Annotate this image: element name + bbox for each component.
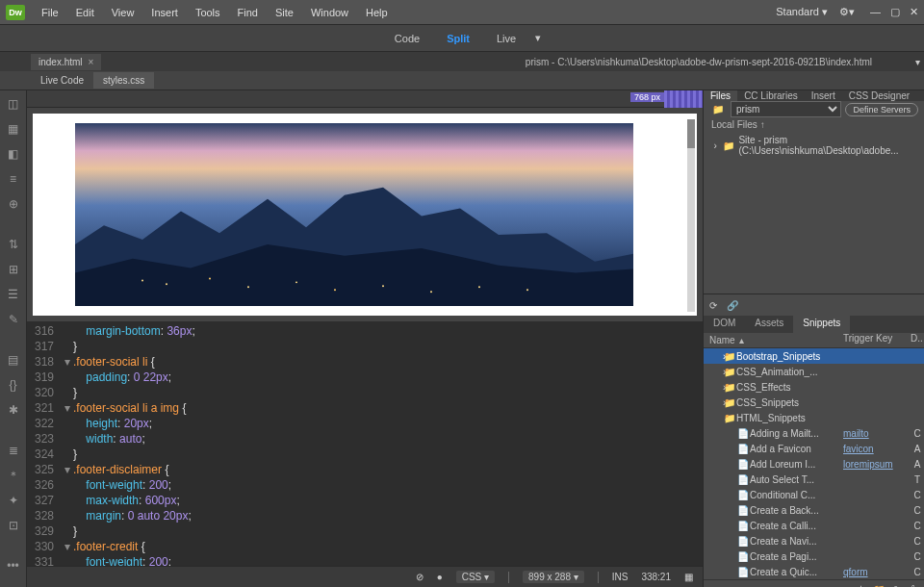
code-line[interactable]: 329} [27,523,703,539]
tool-icon-0[interactable]: ◫ [6,96,21,112]
site-tree-root[interactable]: › 📁 Site - prism (C:\Users\nishkuma\Desk… [704,134,924,157]
sort-asc-icon[interactable]: ▴ [739,335,744,345]
col-name[interactable]: Name [709,335,735,345]
lower-tab-snippets[interactable]: Snippets [793,316,850,333]
maximize-icon[interactable]: ▢ [890,6,900,18]
status-overflow-icon[interactable]: ▦ [684,572,693,582]
lower-tab-dom[interactable]: DOM [704,316,745,333]
snippet-file[interactable]: 📄Adding a Mailt...mailtoC [704,425,924,441]
workspace-switcher[interactable]: Standard ▾ [770,6,834,18]
panel-tab-files[interactable]: Files [704,90,737,101]
tool-icon-8[interactable]: ☰ [6,287,21,302]
col-trigger[interactable]: Trigger Key [843,333,911,347]
status-dimensions[interactable]: 899 x 288 ▾ [523,571,584,583]
tool-icon-1[interactable]: ▦ [6,121,21,137]
tool-icon-15[interactable]: ≣ [6,443,21,458]
tool-icon-3[interactable]: ≡ [6,171,21,187]
tool-icon-6[interactable]: ⇅ [6,237,21,252]
snippet-file[interactable]: 📄Create a Pagi...C [704,549,924,564]
panel-tab-insert[interactable]: Insert [805,90,842,101]
menu-help[interactable]: Help [357,7,397,18]
snippet-file[interactable]: 📄Create a Navi...C [704,533,924,549]
tool-icon-4[interactable]: ⊕ [6,196,21,212]
expand-icon[interactable]: › [711,140,719,151]
status-check-icon[interactable]: ⊘ [416,572,424,582]
code-line[interactable]: 321▾.footer-social li a img { [27,400,703,416]
snippet-file[interactable]: 📄Conditional C...C [704,487,924,502]
sync-settings-icon[interactable]: ⚙▾ [839,6,855,18]
snippet-file[interactable]: 📄Auto Select T...T [704,472,924,487]
ruler-breakpoint[interactable]: 768 px [630,92,664,102]
menu-file[interactable]: File [33,7,67,18]
panel-tab-css-designer[interactable]: CSS Designer [842,90,916,101]
code-line[interactable]: 331 font-weight: 200; [27,554,703,566]
col-d[interactable]: D.. [911,333,924,347]
site-select[interactable]: prism [731,101,841,117]
subtab-livecode[interactable]: Live Code [31,72,93,89]
tool-icon-18[interactable]: ⊡ [6,518,21,533]
subtab-stylescss[interactable]: styles.css [93,72,154,89]
snippet-folder[interactable]: ›📁CSS_Snippets [704,395,924,410]
svg-point-6 [382,285,384,287]
menu-view[interactable]: View [103,7,143,18]
code-editor[interactable]: 316 margin-bottom: 36px;317}318▾.footer-… [27,321,703,566]
menu-insert[interactable]: Insert [142,7,187,18]
tool-icon-9[interactable]: ✎ [6,312,21,327]
code-line[interactable]: 330▾.footer-credit { [27,539,703,554]
link-icon[interactable]: 🔗 [727,300,738,311]
code-line[interactable]: 324} [27,447,703,462]
code-line[interactable]: 325▾.footer-disclaimer { [27,462,703,477]
snippet-folder[interactable]: ⌄📁HTML_Snippets [704,410,924,425]
sort-icon[interactable]: ↑ [760,119,765,130]
minimize-icon[interactable]: — [870,6,881,18]
view-dropdown-icon[interactable]: ▾ [535,32,541,44]
snippet-folder[interactable]: ›📁CSS_Effects [704,379,924,395]
tool-icon-11[interactable]: ▤ [6,352,21,368]
snippet-folder[interactable]: ›📁Bootstrap_Snippets [704,348,924,364]
tool-icon-17[interactable]: ✦ [6,493,21,508]
tool-icon-13[interactable]: ✱ [6,402,21,418]
menu-window[interactable]: Window [302,7,357,18]
code-line[interactable]: 320} [27,385,703,400]
menu-edit[interactable]: Edit [67,7,103,18]
file-tab[interactable]: index.html × [31,54,101,70]
filter-icon[interactable]: ▾ [911,57,924,67]
snippet-file[interactable]: 📄Create a Quic...qformC [704,564,924,579]
code-line[interactable]: 326 font-weight: 200; [27,477,703,493]
tool-icon-16[interactable]: ＊ [6,468,21,483]
file-tab-close-icon[interactable]: × [89,57,94,67]
site-tree-label: Site - prism (C:\Users\nishkuma\Desktop\… [738,135,916,156]
tool-icon-12[interactable]: {} [6,377,21,393]
code-line[interactable]: 316 margin-bottom: 36px; [27,323,703,339]
code-line[interactable]: 328 margin: 0 auto 20px; [27,508,703,523]
tool-icon-20[interactable]: ••• [6,558,21,574]
live-preview[interactable] [33,114,697,316]
code-line[interactable]: 322 height: 20px; [27,416,703,431]
tool-icon-2[interactable]: ◧ [6,146,21,162]
status-insert-mode[interactable]: INS [612,572,629,582]
refresh-icon[interactable]: ⟳ [709,300,717,311]
close-icon[interactable]: ✕ [910,6,918,18]
snippet-file[interactable]: 📄Create a Back...C [704,502,924,518]
menu-site[interactable]: Site [267,7,302,18]
menu-tools[interactable]: Tools [187,7,229,18]
status-lang[interactable]: CSS ▾ [456,571,495,583]
define-servers-button[interactable]: Define Servers [845,103,918,116]
snippet-file[interactable]: 📄Create a Calli...C [704,518,924,533]
code-line[interactable]: 317} [27,339,703,354]
snippet-folder[interactable]: ›📁CSS_Animation_... [704,364,924,379]
snippet-file[interactable]: 📄Add Loreum I...loremipsumA [704,456,924,472]
view-split-button[interactable]: Split [435,29,481,48]
code-line[interactable]: 323 width: auto; [27,431,703,447]
menu-find[interactable]: Find [229,7,267,18]
view-code-button[interactable]: Code [383,29,431,48]
lower-tab-assets[interactable]: Assets [745,316,793,333]
code-line[interactable]: 327 max-width: 600px; [27,493,703,508]
code-line[interactable]: 319 padding: 0 22px; [27,370,703,385]
panel-tab-cc-libraries[interactable]: CC Libraries [737,90,805,101]
code-line[interactable]: 318▾.footer-social li { [27,354,703,370]
preview-scrollbar[interactable] [687,119,695,312]
snippet-file[interactable]: 📄Add a FaviconfaviconA [704,441,924,456]
view-live-button[interactable]: Live [485,29,527,48]
tool-icon-7[interactable]: ⊞ [6,262,21,277]
